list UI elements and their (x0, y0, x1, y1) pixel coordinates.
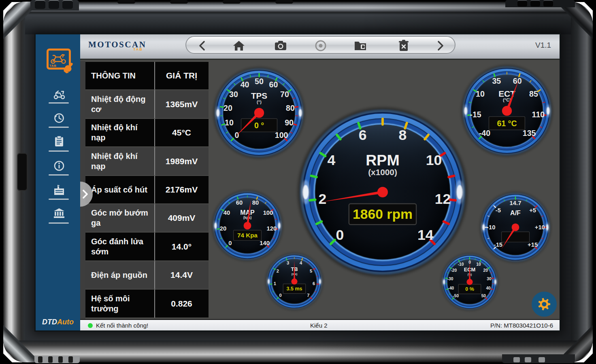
svg-text:100: 100 (263, 210, 273, 216)
svg-text:2: 2 (319, 191, 327, 207)
svg-text:-50: -50 (453, 294, 459, 298)
svg-text:+5: +5 (529, 207, 536, 214)
svg-text:0: 0 (228, 240, 232, 246)
svg-text:40: 40 (241, 80, 249, 89)
svg-text:2: 2 (277, 269, 279, 273)
svg-text:+15: +15 (528, 241, 538, 248)
svg-text:50: 50 (481, 294, 486, 298)
svg-text:1: 1 (274, 281, 276, 286)
svg-text:+10: +10 (535, 224, 545, 231)
svg-text:-15: -15 (494, 241, 502, 248)
svg-text:60: 60 (269, 80, 278, 89)
svg-text:14.7: 14.7 (510, 200, 522, 206)
svg-text:RPM: RPM (366, 152, 400, 169)
svg-text:70: 70 (280, 90, 289, 99)
svg-text:TPS: TPS (251, 91, 267, 100)
svg-text:14: 14 (417, 227, 434, 243)
svg-text:10: 10 (476, 262, 481, 267)
svg-text:35: 35 (492, 76, 501, 85)
svg-text:0: 0 (336, 227, 344, 243)
svg-text:(kpa): (kpa) (243, 216, 252, 220)
svg-text:3.5 ms: 3.5 ms (287, 286, 302, 292)
svg-text:-40: -40 (479, 129, 490, 138)
svg-text:50: 50 (255, 77, 264, 86)
svg-text:0 %: 0 % (465, 286, 474, 292)
svg-text:6: 6 (313, 281, 315, 286)
svg-text:-10: -10 (487, 224, 495, 231)
svg-text:3: 3 (287, 260, 289, 265)
svg-text:74 Kpa: 74 Kpa (237, 232, 258, 239)
svg-text:20: 20 (483, 268, 488, 273)
svg-text:10: 10 (426, 152, 442, 168)
svg-text:20: 20 (220, 225, 226, 232)
svg-text:8: 8 (399, 127, 407, 143)
svg-text:90: 90 (285, 118, 294, 127)
svg-text:20: 20 (224, 104, 232, 112)
svg-text:0: 0 (279, 293, 282, 298)
svg-text:80: 80 (252, 199, 259, 206)
svg-text:85: 85 (529, 89, 538, 98)
svg-text:120: 120 (267, 225, 277, 232)
svg-text:60: 60 (236, 199, 243, 206)
svg-text:-40: -40 (448, 286, 454, 290)
svg-text:(x1000): (x1000) (368, 167, 397, 177)
svg-text:110: 110 (532, 110, 545, 119)
svg-text:10: 10 (225, 118, 234, 127)
svg-text:4: 4 (300, 260, 302, 265)
svg-text:1860 rpm: 1860 rpm (353, 206, 413, 222)
svg-text:40: 40 (224, 210, 230, 216)
svg-text:80: 80 (286, 104, 295, 112)
svg-text:-20: -20 (451, 268, 457, 273)
svg-text:-15: -15 (470, 110, 481, 119)
svg-text:30: 30 (487, 277, 492, 281)
svg-text:(°): (°) (257, 99, 262, 104)
svg-text:60: 60 (513, 76, 522, 85)
svg-text:-30: -30 (447, 277, 453, 281)
svg-text:12: 12 (435, 191, 451, 207)
svg-text:10: 10 (476, 89, 485, 98)
svg-text:40: 40 (486, 286, 491, 290)
svg-text:7: 7 (307, 293, 309, 298)
svg-text:140: 140 (260, 240, 270, 246)
svg-text:-5: -5 (496, 207, 501, 214)
svg-text:6: 6 (359, 127, 367, 143)
svg-text:61 °C: 61 °C (497, 119, 517, 128)
svg-text:-10: -10 (458, 262, 464, 267)
svg-text:4: 4 (328, 152, 336, 168)
svg-text:MAP: MAP (240, 209, 255, 216)
svg-text:A/F: A/F (510, 210, 521, 216)
svg-text:5: 5 (310, 269, 312, 273)
svg-text:0 °: 0 ° (254, 121, 264, 130)
svg-text:30: 30 (229, 90, 238, 99)
